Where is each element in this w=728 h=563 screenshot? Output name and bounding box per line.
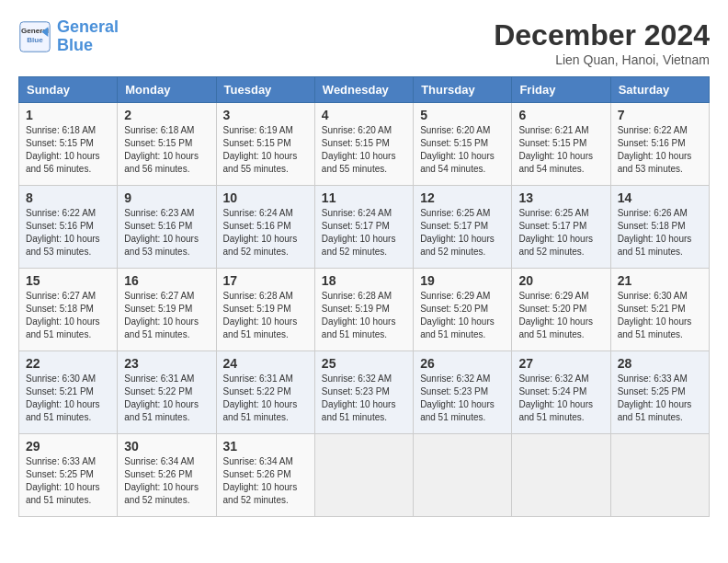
- calendar-week-row: 8Sunrise: 6:22 AM Sunset: 5:16 PM Daylig…: [19, 186, 710, 269]
- day-info: Sunrise: 6:27 AM Sunset: 5:18 PM Dayligh…: [26, 290, 110, 341]
- day-info: Sunrise: 6:26 AM Sunset: 5:18 PM Dayligh…: [618, 207, 702, 259]
- calendar-body: 1Sunrise: 6:18 AM Sunset: 5:15 PM Daylig…: [19, 103, 710, 517]
- day-info: Sunrise: 6:28 AM Sunset: 5:19 PM Dayligh…: [223, 290, 308, 341]
- day-info: Sunrise: 6:33 AM Sunset: 5:25 PM Dayligh…: [26, 455, 110, 507]
- logo: General Blue GeneralBlue: [18, 18, 119, 55]
- day-info: Sunrise: 6:30 AM Sunset: 5:21 PM Dayligh…: [26, 373, 110, 424]
- day-info: Sunrise: 6:19 AM Sunset: 5:15 PM Dayligh…: [223, 124, 308, 176]
- calendar-week-row: 29Sunrise: 6:33 AM Sunset: 5:25 PM Dayli…: [19, 434, 710, 517]
- day-info: Sunrise: 6:24 AM Sunset: 5:17 PM Dayligh…: [322, 207, 406, 259]
- day-info: Sunrise: 6:20 AM Sunset: 5:15 PM Dayligh…: [322, 124, 406, 176]
- day-number: 24: [223, 356, 308, 371]
- day-info: Sunrise: 6:18 AM Sunset: 5:15 PM Dayligh…: [26, 124, 110, 176]
- logo-text: GeneralBlue: [57, 18, 119, 55]
- day-info: Sunrise: 6:31 AM Sunset: 5:22 PM Dayligh…: [124, 373, 209, 424]
- calendar-day-cell: 7Sunrise: 6:22 AM Sunset: 5:16 PM Daylig…: [610, 103, 709, 186]
- day-number: 25: [322, 356, 406, 371]
- calendar-day-cell: 25Sunrise: 6:32 AM Sunset: 5:23 PM Dayli…: [314, 351, 413, 434]
- day-number: 23: [124, 356, 209, 371]
- day-info: Sunrise: 6:32 AM Sunset: 5:23 PM Dayligh…: [322, 373, 406, 424]
- day-number: 26: [420, 356, 505, 371]
- header-thursday: Thursday: [414, 77, 512, 103]
- day-number: 31: [223, 439, 308, 454]
- day-info: Sunrise: 6:23 AM Sunset: 5:16 PM Dayligh…: [124, 207, 209, 259]
- day-number: 30: [124, 439, 209, 454]
- header-friday: Friday: [512, 77, 610, 103]
- calendar-day-cell: 11Sunrise: 6:24 AM Sunset: 5:17 PM Dayli…: [314, 186, 413, 269]
- title-area: December 2024 Lien Quan, Hanoi, Vietnam: [494, 18, 710, 67]
- day-number: 6: [518, 108, 603, 122]
- calendar-day-cell: 5Sunrise: 6:20 AM Sunset: 5:15 PM Daylig…: [414, 103, 512, 186]
- calendar-day-cell: 15Sunrise: 6:27 AM Sunset: 5:18 PM Dayli…: [19, 269, 118, 351]
- calendar-week-row: 22Sunrise: 6:30 AM Sunset: 5:21 PM Dayli…: [19, 351, 710, 434]
- day-info: Sunrise: 6:32 AM Sunset: 5:24 PM Dayligh…: [518, 373, 603, 424]
- calendar-day-cell: [314, 434, 413, 517]
- day-number: 18: [322, 273, 406, 288]
- calendar-day-cell: [512, 434, 610, 517]
- calendar-day-cell: 2Sunrise: 6:18 AM Sunset: 5:15 PM Daylig…: [118, 103, 216, 186]
- day-number: 15: [26, 273, 110, 288]
- calendar-day-cell: 6Sunrise: 6:21 AM Sunset: 5:15 PM Daylig…: [512, 103, 610, 186]
- calendar-day-cell: 1Sunrise: 6:18 AM Sunset: 5:15 PM Daylig…: [19, 103, 118, 186]
- calendar-day-cell: 14Sunrise: 6:26 AM Sunset: 5:18 PM Dayli…: [610, 186, 709, 269]
- day-info: Sunrise: 6:33 AM Sunset: 5:25 PM Dayligh…: [618, 373, 702, 424]
- day-number: 29: [26, 439, 110, 454]
- day-info: Sunrise: 6:22 AM Sunset: 5:16 PM Dayligh…: [618, 124, 702, 176]
- day-info: Sunrise: 6:27 AM Sunset: 5:19 PM Dayligh…: [124, 290, 209, 341]
- calendar-day-cell: 26Sunrise: 6:32 AM Sunset: 5:23 PM Dayli…: [414, 351, 512, 434]
- calendar-day-cell: 4Sunrise: 6:20 AM Sunset: 5:15 PM Daylig…: [314, 103, 413, 186]
- day-number: 13: [518, 190, 603, 205]
- calendar-week-row: 15Sunrise: 6:27 AM Sunset: 5:18 PM Dayli…: [19, 269, 710, 351]
- day-number: 3: [223, 108, 308, 122]
- calendar-day-cell: 12Sunrise: 6:25 AM Sunset: 5:17 PM Dayli…: [414, 186, 512, 269]
- calendar-day-cell: 18Sunrise: 6:28 AM Sunset: 5:19 PM Dayli…: [314, 269, 413, 351]
- day-number: 1: [26, 108, 110, 122]
- calendar-day-cell: 23Sunrise: 6:31 AM Sunset: 5:22 PM Dayli…: [118, 351, 216, 434]
- day-info: Sunrise: 6:18 AM Sunset: 5:15 PM Dayligh…: [124, 124, 209, 176]
- day-number: 16: [124, 273, 209, 288]
- calendar-day-cell: 16Sunrise: 6:27 AM Sunset: 5:19 PM Dayli…: [118, 269, 216, 351]
- calendar-day-cell: 27Sunrise: 6:32 AM Sunset: 5:24 PM Dayli…: [512, 351, 610, 434]
- calendar-day-cell: 21Sunrise: 6:30 AM Sunset: 5:21 PM Dayli…: [610, 269, 709, 351]
- day-info: Sunrise: 6:34 AM Sunset: 5:26 PM Dayligh…: [223, 455, 308, 507]
- day-info: Sunrise: 6:25 AM Sunset: 5:17 PM Dayligh…: [518, 207, 603, 259]
- calendar-day-cell: 19Sunrise: 6:29 AM Sunset: 5:20 PM Dayli…: [414, 269, 512, 351]
- day-info: Sunrise: 6:25 AM Sunset: 5:17 PM Dayligh…: [420, 207, 505, 259]
- calendar-day-cell: 17Sunrise: 6:28 AM Sunset: 5:19 PM Dayli…: [216, 269, 314, 351]
- calendar-day-cell: 30Sunrise: 6:34 AM Sunset: 5:26 PM Dayli…: [118, 434, 216, 517]
- calendar-day-cell: 22Sunrise: 6:30 AM Sunset: 5:21 PM Dayli…: [19, 351, 118, 434]
- day-number: 10: [223, 190, 308, 205]
- day-info: Sunrise: 6:21 AM Sunset: 5:15 PM Dayligh…: [518, 124, 603, 176]
- header-sunday: Sunday: [19, 77, 118, 103]
- calendar-day-cell: [610, 434, 709, 517]
- calendar-week-row: 1Sunrise: 6:18 AM Sunset: 5:15 PM Daylig…: [19, 103, 710, 186]
- day-number: 21: [618, 273, 702, 288]
- month-title: December 2024: [494, 18, 710, 52]
- calendar-day-cell: 31Sunrise: 6:34 AM Sunset: 5:26 PM Dayli…: [216, 434, 314, 517]
- calendar-day-cell: 3Sunrise: 6:19 AM Sunset: 5:15 PM Daylig…: [216, 103, 314, 186]
- logo-icon: General Blue: [18, 20, 51, 53]
- calendar-day-cell: 28Sunrise: 6:33 AM Sunset: 5:25 PM Dayli…: [610, 351, 709, 434]
- day-number: 28: [618, 356, 702, 371]
- day-number: 19: [420, 273, 505, 288]
- day-number: 5: [420, 108, 505, 122]
- header-wednesday: Wednesday: [314, 77, 413, 103]
- day-number: 17: [223, 273, 308, 288]
- day-info: Sunrise: 6:32 AM Sunset: 5:23 PM Dayligh…: [420, 373, 505, 424]
- day-number: 12: [420, 190, 505, 205]
- day-number: 14: [618, 190, 702, 205]
- calendar-day-cell: 10Sunrise: 6:24 AM Sunset: 5:16 PM Dayli…: [216, 186, 314, 269]
- calendar-day-cell: 9Sunrise: 6:23 AM Sunset: 5:16 PM Daylig…: [118, 186, 216, 269]
- page-header: General Blue GeneralBlue December 2024 L…: [18, 18, 710, 67]
- calendar-day-cell: 29Sunrise: 6:33 AM Sunset: 5:25 PM Dayli…: [19, 434, 118, 517]
- calendar-table: Sunday Monday Tuesday Wednesday Thursday…: [18, 76, 710, 517]
- day-info: Sunrise: 6:34 AM Sunset: 5:26 PM Dayligh…: [124, 455, 209, 507]
- day-number: 8: [26, 190, 110, 205]
- day-info: Sunrise: 6:30 AM Sunset: 5:21 PM Dayligh…: [618, 290, 702, 341]
- location-subtitle: Lien Quan, Hanoi, Vietnam: [494, 52, 710, 67]
- day-number: 7: [618, 108, 702, 122]
- day-info: Sunrise: 6:20 AM Sunset: 5:15 PM Dayligh…: [420, 124, 505, 176]
- svg-text:Blue: Blue: [27, 36, 43, 44]
- day-info: Sunrise: 6:29 AM Sunset: 5:20 PM Dayligh…: [420, 290, 505, 341]
- header-monday: Monday: [118, 77, 216, 103]
